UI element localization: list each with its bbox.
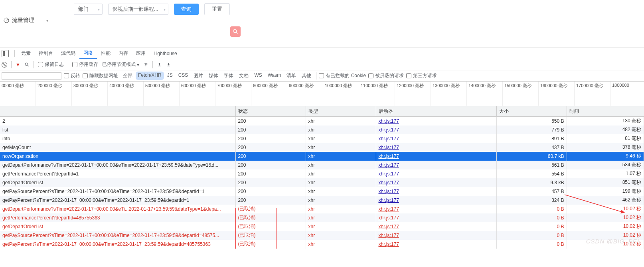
col-time[interactable]: 时间 — [567, 106, 644, 117]
chevron-down-icon: ▾ — [46, 18, 48, 23]
download-icon[interactable] — [166, 62, 171, 67]
cell-type: xhr — [306, 222, 376, 231]
cell-size: 437 B — [496, 143, 567, 152]
search-icon — [232, 28, 239, 35]
initiator-link[interactable]: xhr.js:177 — [379, 118, 399, 124]
invert-checkbox[interactable]: 反转 — [64, 72, 80, 79]
table-row[interactable]: list200xhrxhr.js:177779 B482 毫秒 — [0, 126, 644, 134]
cell-name: getMsgCount — [0, 143, 235, 152]
timeline-tick: 1000000 毫秒 — [323, 82, 359, 106]
cell-type: xhr — [306, 169, 376, 178]
separator — [316, 72, 316, 80]
filter-type-chip[interactable]: 其他 — [299, 72, 314, 80]
table-row[interactable]: getPaySourcePercent?sTime=2022-01-17+00:… — [0, 231, 644, 240]
cell-status: 200 — [235, 169, 306, 178]
table-row[interactable]: getDepartOrderList200xhrxhr.js:1779.3 kB… — [0, 178, 644, 187]
devtools-tab[interactable]: 控制台 — [35, 48, 57, 59]
initiator-link[interactable]: xhr.js:177 — [379, 189, 399, 194]
third-party-checkbox[interactable]: 第三方请求 — [406, 72, 437, 79]
dock-icon[interactable] — [2, 50, 9, 57]
initiator-link[interactable]: xhr.js:177 — [379, 153, 399, 159]
disable-cache-checkbox[interactable]: 停用缓存 — [72, 61, 98, 68]
timeline-tick: 1700000 毫秒 — [575, 82, 610, 106]
sidebar-item-traffic[interactable]: 流量管理 ▾ — [0, 2, 62, 24]
devtools-tab[interactable]: 源代码 — [57, 48, 79, 59]
filter-type-chip[interactable]: WS — [252, 72, 264, 80]
table-row[interactable]: getPayPercent?sTime=2022-01-17+00:00:00&… — [0, 196, 644, 205]
table-row[interactable]: getMsgCount200xhrxhr.js:177437 B378 毫秒 — [0, 143, 644, 152]
table-row[interactable]: 2200xhrxhr.js:177550 B130 毫秒 — [0, 117, 644, 126]
filter-input[interactable] — [2, 72, 61, 80]
table-row[interactable]: info200xhrxhr.js:177891 B81 毫秒 — [0, 134, 644, 143]
devtools-tab[interactable]: 性能 — [97, 48, 115, 59]
table-row[interactable]: getDepartPerformance?sTime=2022-01-17+00… — [0, 205, 644, 213]
initiator-link[interactable]: xhr.js:177 — [379, 206, 399, 212]
col-status[interactable]: 状态 — [235, 106, 306, 117]
table-row[interactable]: getPerformancePercent?departId=1200xhrxh… — [0, 169, 644, 178]
col-name[interactable] — [0, 106, 235, 117]
col-initiator[interactable]: 启动器 — [376, 106, 496, 117]
blocked-requests-checkbox[interactable]: 被屏蔽的请求 — [368, 72, 404, 79]
filter-type-chip[interactable]: 字体 — [221, 72, 236, 80]
table-row[interactable]: getPayPercent?sTime=2022-01-17+00:00:00&… — [0, 240, 644, 249]
col-size[interactable]: 大小 — [496, 106, 567, 117]
search-float-button[interactable] — [230, 26, 241, 37]
initiator-link[interactable]: xhr.js:177 — [379, 233, 399, 238]
initiator-link[interactable]: xhr.js:177 — [379, 127, 399, 133]
filter-type-chip[interactable]: 媒体 — [206, 72, 221, 80]
wifi-icon[interactable] — [143, 62, 148, 67]
filter-type-chip[interactable]: CSS — [176, 72, 191, 80]
col-type[interactable]: 类型 — [306, 106, 376, 117]
cell-type: xhr — [306, 187, 376, 196]
timeline-tick: 300000 毫秒 — [72, 82, 108, 106]
table-row[interactable]: getDepartPerformance?sTime=2022-01-17+00… — [0, 161, 644, 169]
table-row[interactable]: nowOrganization200xhrxhr.js:17760.7 kB9.… — [0, 152, 644, 161]
initiator-link[interactable]: xhr.js:177 — [379, 171, 399, 177]
cell-name: getPayPercent?sTime=2022-01-17+00:00:00&… — [0, 196, 235, 205]
throttle-select[interactable]: 已停用节流模式 ▾ — [102, 61, 139, 68]
filter-type-chip[interactable]: 全部 — [121, 72, 135, 80]
cell-type: xhr — [306, 152, 376, 161]
table-row[interactable]: getPerformancePercent?departId=485755363… — [0, 213, 644, 222]
table-row[interactable]: getDepartOrderList(已取消)xhrxhr.js:1770 B1… — [0, 222, 644, 231]
devtools-tab[interactable]: 应用 — [132, 48, 150, 59]
initiator-link[interactable]: xhr.js:177 — [379, 162, 399, 168]
cell-initiator: xhr.js:177 — [376, 169, 496, 178]
cell-initiator: xhr.js:177 — [376, 213, 496, 222]
initiator-link[interactable]: xhr.js:177 — [379, 215, 399, 221]
devtools-panel: 元素控制台源代码网络性能内存应用Lighthouse ▼ 保留日志 停用缓存 已… — [0, 48, 644, 249]
devtools-tab[interactable]: 内存 — [115, 48, 132, 59]
filter-type-chip[interactable]: JS — [165, 72, 175, 80]
initiator-link[interactable]: xhr.js:177 — [379, 180, 399, 185]
devtools-tab[interactable]: Lighthouse — [150, 48, 181, 59]
devtools-tab[interactable]: 网络 — [79, 48, 97, 59]
filter-bar: 部门 ▾ 影视后期一部课程... ▾ 查询 重置 — [62, 2, 230, 20]
devtools-tab[interactable]: 元素 — [17, 48, 35, 59]
cell-type: xhr — [306, 240, 376, 249]
filter-icon[interactable]: ▼ — [16, 62, 20, 68]
reset-button[interactable]: 重置 — [204, 3, 230, 15]
table-row[interactable]: getPaySourcePercent?sTime=2022-01-17+00:… — [0, 187, 644, 196]
dept-select[interactable]: 部门 ▾ — [74, 4, 103, 15]
initiator-link[interactable]: xhr.js:177 — [379, 241, 399, 247]
query-button[interactable]: 查询 — [174, 4, 199, 15]
clear-icon[interactable] — [2, 62, 7, 68]
initiator-link[interactable]: xhr.js:177 — [379, 197, 399, 203]
filter-type-chip[interactable]: 图片 — [191, 72, 205, 80]
search-icon[interactable] — [24, 62, 30, 67]
filter-type-chip[interactable]: 清单 — [284, 72, 298, 80]
cell-name: list — [0, 126, 235, 134]
filter-type-chip[interactable]: 文档 — [237, 72, 251, 80]
filter-type-chip[interactable]: Fetch/XHR — [136, 72, 164, 80]
network-table: 状态 类型 启动器 大小 时间 2200xhrxhr.js:177550 B13… — [0, 106, 644, 249]
hide-urls-checkbox[interactable]: 隐藏数据网址 — [83, 72, 118, 79]
blocked-cookies-checkbox[interactable]: 有已拦截的 Cookie — [319, 72, 366, 79]
upload-icon[interactable] — [157, 62, 162, 67]
initiator-link[interactable]: xhr.js:177 — [379, 224, 399, 229]
initiator-link[interactable]: xhr.js:177 — [379, 145, 399, 150]
initiator-link[interactable]: xhr.js:177 — [379, 136, 399, 141]
filter-type-chip[interactable]: Wasm — [265, 72, 284, 80]
course-select[interactable]: 影视后期一部课程... ▾ — [108, 4, 168, 15]
network-timeline[interactable]: 00000 毫秒200000 毫秒300000 毫秒400000 毫秒50000… — [0, 82, 644, 106]
preserve-log-checkbox[interactable]: 保留日志 — [38, 61, 64, 68]
